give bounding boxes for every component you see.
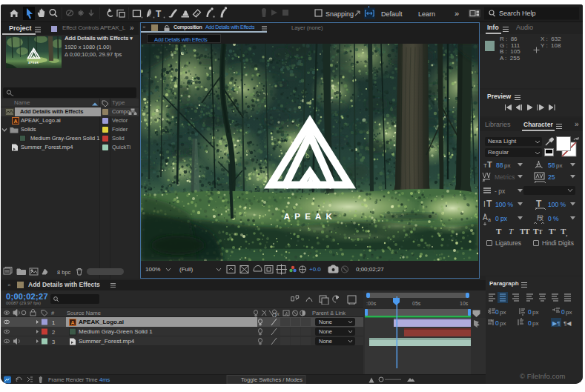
svg-text:0: 0: [528, 319, 532, 327]
svg-text:Source Name: Source Name: [67, 310, 101, 316]
svg-text:(Full): (Full): [179, 266, 194, 273]
svg-text:05s: 05s: [412, 301, 421, 306]
svg-text:3: 3: [52, 339, 55, 345]
svg-text:APEAK: APEAK: [284, 212, 337, 221]
svg-text:px: px: [504, 162, 510, 169]
svg-text:▶¶: ▶¶: [552, 320, 560, 327]
svg-text:100%: 100%: [145, 266, 160, 273]
svg-text:8 bpc: 8 bpc: [57, 269, 71, 276]
svg-text:A: A: [13, 119, 17, 124]
svg-text:10s: 10s: [460, 301, 469, 306]
svg-text:+0.0: +0.0: [309, 266, 321, 273]
svg-text:88: 88: [496, 162, 503, 169]
svg-text:Toggle Switches / Modes: Toggle Switches / Modes: [241, 376, 303, 383]
svg-text:Frame Render Time: Frame Render Time: [48, 376, 98, 383]
svg-text::00s: :00s: [366, 301, 377, 306]
svg-text:0: 0: [528, 308, 532, 316]
svg-text:px: px: [532, 320, 538, 327]
svg-text:100 %: 100 %: [548, 201, 566, 208]
svg-text:- px: - px: [495, 187, 506, 195]
svg-text:Learn: Learn: [418, 10, 435, 18]
svg-text:T: T: [487, 160, 492, 169]
svg-text:段: 段: [537, 214, 543, 222]
svg-text:Snapping: Snapping: [325, 10, 354, 18]
svg-text:px: px: [500, 309, 506, 316]
svg-text:px: px: [556, 162, 562, 169]
svg-text:Search Help: Search Help: [499, 10, 536, 17]
svg-text:1: 1: [52, 319, 55, 326]
svg-text:APEAK: APEAK: [28, 62, 39, 64]
svg-text:¶◀: ¶◀: [563, 320, 572, 327]
svg-text:Default: Default: [381, 10, 403, 18]
svg-text:I: I: [483, 200, 486, 208]
svg-text:58: 58: [548, 162, 555, 169]
svg-text:100 %: 100 %: [495, 201, 514, 208]
svg-text:#: #: [51, 310, 55, 316]
svg-text:T: T: [156, 9, 162, 19]
svg-text:Parent & Link: Parent & Link: [312, 310, 346, 316]
svg-text:px: px: [500, 320, 506, 327]
svg-text:A: A: [483, 213, 488, 222]
svg-text:a: a: [488, 217, 491, 222]
svg-text:T: T: [536, 199, 542, 209]
svg-text:25: 25: [548, 173, 555, 181]
svg-text:T: T: [486, 199, 492, 209]
svg-text:px: px: [566, 309, 572, 316]
svg-text:4ms: 4ms: [99, 376, 110, 383]
svg-text:0 px: 0 px: [495, 215, 508, 222]
svg-text:px: px: [532, 309, 538, 316]
svg-text:Metrics: Metrics: [495, 173, 515, 181]
svg-text:A: A: [70, 320, 74, 325]
svg-text:0: 0: [495, 319, 499, 327]
svg-text:»: »: [455, 9, 459, 18]
svg-text:0;00;02;27: 0;00;02;27: [356, 266, 384, 273]
svg-text:0 %: 0 %: [548, 215, 559, 222]
svg-text:fx: fx: [275, 310, 280, 317]
svg-text:2: 2: [52, 329, 55, 336]
svg-text:0: 0: [561, 308, 565, 316]
svg-text:0: 0: [495, 308, 499, 316]
